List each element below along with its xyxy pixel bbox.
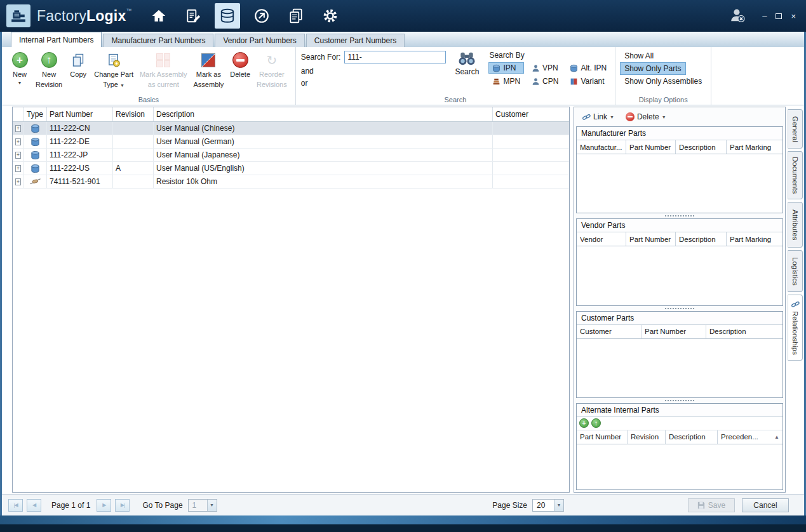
customer-column-header[interactable]: Customer [493, 107, 569, 121]
delete-minus-icon [626, 112, 635, 121]
revision-column-header[interactable]: Revision [628, 430, 666, 444]
page-size-dropdown-icon[interactable]: ▼ [554, 500, 563, 511]
panel-splitter-handle[interactable] [576, 306, 783, 311]
maximize-button[interactable] [776, 13, 782, 19]
table-row-111-222-DE[interactable]: + 111-222-DE User Manual (German) [13, 135, 569, 149]
show-only-parts-option[interactable]: Show Only Parts [621, 63, 685, 74]
link-button[interactable]: Link ▼ [580, 111, 617, 123]
nav-home-button[interactable] [146, 3, 171, 29]
panel-splitter-handle[interactable] [576, 398, 783, 403]
nav-settings-button[interactable] [318, 3, 343, 29]
description-column-header[interactable]: Description [676, 140, 727, 154]
go-to-page-dropdown-icon[interactable]: ▼ [207, 500, 217, 511]
new-plus-icon: + [12, 52, 28, 68]
search-input[interactable] [344, 51, 446, 63]
add-alternate-part-button[interactable]: + [579, 418, 589, 428]
description-column-header[interactable]: Description [706, 325, 782, 338]
save-button[interactable]: Save [688, 498, 735, 512]
tab-relationships[interactable]: Relationships [788, 295, 803, 361]
description-column-header[interactable]: Description [154, 107, 493, 121]
manufacturer-column-header[interactable]: Manufactur... [577, 140, 626, 154]
insert-alternate-part-button[interactable]: ↑ [591, 418, 601, 428]
part-number-column-header[interactable]: Part Number [626, 232, 676, 246]
customer-parts-body[interactable] [577, 339, 782, 397]
new-revision-button[interactable]: ↑ New Revision [32, 50, 65, 91]
alternate-parts-body[interactable] [577, 444, 782, 489]
mark-assembly-as-current-button[interactable]: Mark Assembly as current [137, 50, 191, 91]
description-cell: User Manual (US/English) [154, 162, 493, 175]
tab-attributes[interactable]: Attributes [788, 202, 803, 248]
resistor-part-icon [30, 178, 41, 185]
manufacturer-parts-body[interactable] [577, 154, 782, 213]
go-to-page-input[interactable]: 1 ▼ [188, 499, 217, 512]
panel-splitter-handle[interactable] [576, 213, 783, 218]
search-by-alt-ipn-option[interactable]: Alt. IPN [567, 63, 610, 73]
show-only-assemblies-option[interactable]: Show Only Assemblies [621, 76, 706, 87]
search-by-cpn-option[interactable]: CPN [528, 76, 561, 86]
precedence-column-header[interactable]: Preceden...▲ [718, 430, 782, 444]
parts-database-icon [219, 8, 236, 24]
part-marking-column-header[interactable]: Part Marking [727, 140, 782, 154]
copy-button[interactable]: Copy [65, 50, 91, 81]
customer-column-header[interactable]: Customer [577, 325, 641, 338]
cancel-button[interactable]: Cancel [742, 498, 789, 512]
previous-page-button[interactable]: ◀ [27, 499, 41, 512]
description-column-header[interactable]: Description [676, 232, 727, 246]
nav-documents-button[interactable] [283, 3, 309, 29]
new-button[interactable]: + New ▼ [7, 50, 32, 87]
type-column-header[interactable]: Type [24, 107, 47, 121]
table-row-111-222-CN[interactable]: + 111-222-CN User Manual (Chinese) [13, 122, 569, 135]
tab-manufacturer-part-numbers[interactable]: Manufacturer Part Numbers [103, 34, 213, 47]
search-by-ipn-option[interactable]: IPN [489, 63, 523, 73]
last-page-button[interactable]: ▶| [115, 499, 130, 512]
tab-internal-part-numbers[interactable]: Internal Part Numbers [11, 32, 102, 47]
expand-row-button[interactable]: + [15, 165, 21, 172]
part-number-column-header[interactable]: Part Number [626, 140, 676, 154]
change-part-type-button[interactable]: Change Part Type ▼ [91, 50, 137, 91]
part-number-column-header[interactable]: Part Number [47, 107, 113, 121]
page-size-select[interactable]: 20 ▼ [532, 499, 564, 512]
tab-customer-part-numbers[interactable]: Customer Part Numbers [306, 34, 405, 47]
nav-worksheets-button[interactable] [180, 3, 206, 29]
user-account-button[interactable] [729, 7, 746, 25]
expand-row-button[interactable]: + [15, 138, 21, 145]
show-all-option[interactable]: Show All [621, 50, 657, 62]
description-column-header[interactable]: Description [666, 430, 718, 444]
vendor-parts-body[interactable] [577, 246, 782, 305]
change-part-type-icon [107, 53, 121, 67]
table-row-111-222-US[interactable]: + 111-222-US A User Manual (US/English) [13, 162, 569, 175]
tab-logistics[interactable]: Logistics [788, 250, 803, 292]
next-page-button[interactable]: ▶ [97, 499, 111, 512]
relationship-delete-button[interactable]: Delete ▼ [623, 111, 669, 123]
search-by-mpn-option[interactable]: MPN [489, 76, 523, 86]
revision-cell [113, 135, 154, 148]
part-number-column-header[interactable]: Part Number [641, 325, 706, 338]
expand-row-button[interactable]: + [15, 125, 21, 132]
tab-vendor-part-numbers[interactable]: Vendor Part Numbers [215, 34, 304, 47]
mark-as-assembly-button[interactable]: Mark as Assembly [191, 50, 227, 91]
part-marking-column-header[interactable]: Part Marking [727, 232, 782, 246]
expand-row-button[interactable]: + [15, 152, 21, 159]
search-by-vpn-option[interactable]: VPN [528, 63, 561, 73]
manufacturer-parts-title: Manufacturer Parts [577, 127, 782, 140]
nav-part-numbers-button[interactable] [215, 3, 240, 29]
expand-row-button[interactable]: + [15, 178, 21, 185]
revision-cell [113, 175, 154, 188]
revision-column-header[interactable]: Revision [113, 107, 154, 121]
part-number-column-header[interactable]: Part Number [577, 430, 628, 444]
tab-documents[interactable]: Documents [788, 151, 803, 199]
reorder-revisions-button[interactable]: ↻ Reorder Revisions [253, 50, 290, 91]
delete-button[interactable]: Delete [227, 50, 253, 81]
vendor-parts-group: Vendor Parts Vendor Part Number Descript… [576, 218, 783, 305]
table-row-74111-521-901[interactable]: + 74111-521-901 Resistor 10k Ohm [13, 175, 569, 189]
description-cell: User Manual (German) [154, 135, 493, 148]
minimize-button[interactable]: – [762, 12, 767, 20]
vendor-column-header[interactable]: Vendor [577, 232, 626, 246]
close-button[interactable]: × [791, 12, 796, 20]
table-row-111-222-JP[interactable]: + 111-222-JP User Manual (Japanese) [13, 149, 569, 162]
search-button[interactable]: Search [451, 50, 483, 77]
tab-general[interactable]: General [788, 109, 803, 149]
search-by-variant-option[interactable]: Variant [567, 76, 610, 86]
nav-dispatch-button[interactable] [249, 3, 274, 29]
first-page-button[interactable]: |◀ [8, 499, 23, 512]
